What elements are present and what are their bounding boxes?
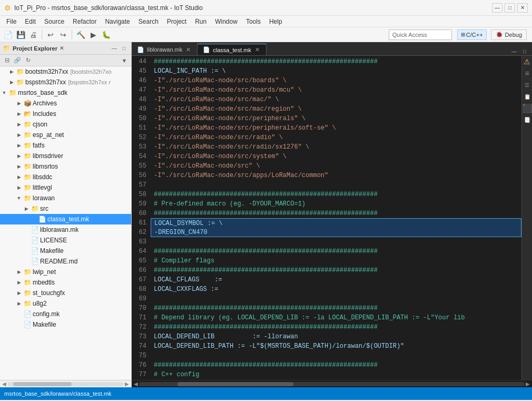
- code-line-72[interactable]: ########################################…: [151, 322, 521, 332]
- code-line-61[interactable]: LOCAL_DSYMBOL := \: [151, 218, 521, 228]
- close-button[interactable]: ✕: [517, 3, 528, 13]
- tab-liblorawan-close[interactable]: ✕: [185, 46, 192, 53]
- sync-btn[interactable]: ↻: [23, 56, 33, 65]
- left-panel-scrollbar[interactable]: ◀ ▶: [0, 380, 131, 387]
- h-scroll-track[interactable]: [139, 382, 525, 386]
- tree-item-littlevgl[interactable]: ▶📁littlevgl: [0, 182, 131, 193]
- code-line-68[interactable]: LOCAL_CXXFLAGS :=: [151, 285, 521, 294]
- tree-item-cjson[interactable]: ▶📁cjson: [0, 119, 131, 130]
- code-line-64[interactable]: ########################################…: [151, 247, 521, 256]
- menu-item-tools[interactable]: Tools: [242, 17, 265, 26]
- code-line-52[interactable]: -I"./src/LoRaMac-node/src/radio" \: [151, 133, 521, 142]
- perspective-cpp-button[interactable]: ⊞ C/C++: [457, 30, 487, 40]
- code-line-67[interactable]: LOCAL_CFLAGS :=: [151, 275, 521, 285]
- tree-toggle-includes[interactable]: ▶: [15, 110, 23, 118]
- menu-item-edit[interactable]: Edit: [21, 17, 40, 26]
- sidebar-icon-5[interactable]: ⬛: [523, 103, 532, 113]
- sidebar-icon-3[interactable]: ☰: [523, 80, 532, 90]
- tree-item-classa_test[interactable]: 📄classa_test.mk: [0, 214, 131, 224]
- code-line-58[interactable]: ########################################…: [151, 190, 521, 199]
- code-line-51[interactable]: -I"./src/LoRaMac-node/src/peripherals/so…: [151, 123, 521, 133]
- tree-item-makefile_root[interactable]: 📄Makefile: [0, 319, 131, 330]
- tree-toggle-libsddc[interactable]: ▶: [15, 173, 23, 181]
- link-editor-btn[interactable]: 🔗: [13, 56, 22, 65]
- tree-toggle-archives[interactable]: ▶: [15, 99, 23, 107]
- tree-item-mbedtls[interactable]: ▶📁mbedtls: [0, 277, 131, 288]
- code-line-54[interactable]: -I"./src/LoRaMac-node/src/system" \: [151, 152, 521, 161]
- tree-toggle-u8g2[interactable]: ▶: [15, 299, 23, 308]
- tab-classa-close[interactable]: ✕: [254, 46, 261, 53]
- tree-item-LICENSE[interactable]: 📄LICENSE: [0, 235, 131, 246]
- tree-toggle-bootstm32h7xx[interactable]: ▶: [7, 67, 16, 76]
- code-line-59[interactable]: # Pre-defined macro (eg. -DYOUR_MARCO=1): [151, 199, 521, 209]
- save-button[interactable]: 💾: [15, 29, 26, 41]
- code-line-74[interactable]: LOCAL_DEPEND_LIB_PATH := -L"$(MSRTOS_BAS…: [151, 341, 521, 351]
- code-line-69[interactable]: [151, 294, 521, 304]
- tree-item-lorawan[interactable]: ▼📁lorawan: [0, 193, 131, 203]
- tree-item-u8g2[interactable]: ▶📁u8g2: [0, 298, 131, 309]
- editor-hscrollbar[interactable]: ◀ ▶: [132, 380, 532, 387]
- menu-item-run[interactable]: Run: [191, 17, 211, 26]
- redo-button[interactable]: ↪: [57, 29, 69, 41]
- menu-item-project[interactable]: Project: [163, 17, 191, 26]
- scroll-right-arrow[interactable]: ▶: [125, 381, 129, 387]
- tree-item-lwip_net[interactable]: ▶📁lwip_net: [0, 267, 131, 277]
- print-button[interactable]: 🖨: [27, 29, 39, 41]
- minimize-button[interactable]: —: [492, 3, 503, 13]
- sidebar-icon-1[interactable]: ⚠: [523, 57, 532, 66]
- tree-item-libsddc[interactable]: ▶📁libsddc: [0, 172, 131, 182]
- h-scroll-right[interactable]: ▶: [526, 381, 530, 387]
- filter-btn[interactable]: ▼: [120, 56, 129, 65]
- code-line-66[interactable]: ########################################…: [151, 266, 521, 275]
- code-line-47[interactable]: -I"./src/LoRaMac-node/src/boards/mcu" \: [151, 85, 521, 95]
- code-line-49[interactable]: -I"./src/LoRaMac-node/src/mac/region" \: [151, 104, 521, 114]
- code-line-44[interactable]: ########################################…: [151, 57, 521, 66]
- maximize-editor-btn[interactable]: □: [520, 47, 529, 55]
- tree-item-msrtos_base_sdk[interactable]: ▼📁msrtos_base_sdk: [0, 87, 131, 98]
- code-line-62[interactable]: -DREGION_CN470: [151, 228, 521, 237]
- tree-toggle-msrtos_base_sdk[interactable]: ▼: [0, 89, 8, 97]
- menu-item-search[interactable]: Search: [134, 17, 163, 26]
- menu-item-navigate[interactable]: Navigate: [101, 17, 134, 26]
- project-tree[interactable]: ▶📁bootstm32h7xx[bootstm32h7xo▶📁bspstm32h…: [0, 66, 131, 380]
- tree-item-bspstm32h7xx[interactable]: ▶📁bspstm32h7xx[bspstm32h7xx r: [0, 77, 131, 87]
- code-line-53[interactable]: -I"./src/LoRaMac-node/src/radio/sx1276" …: [151, 142, 521, 152]
- code-line-46[interactable]: -I"./src/LoRaMac-node/src/boards" \: [151, 76, 521, 85]
- tree-toggle-mbedtls[interactable]: ▶: [15, 278, 23, 287]
- tab-liblorawan[interactable]: 📄 liblorawan.mk ✕: [132, 44, 198, 55]
- code-line-65[interactable]: # Compiler flags: [151, 256, 521, 266]
- code-line-57[interactable]: [151, 180, 521, 190]
- minimize-editor-btn[interactable]: —: [510, 47, 518, 55]
- sidebar-icon-2[interactable]: ≡: [523, 69, 532, 78]
- tree-toggle-libmsdriver[interactable]: ▶: [15, 152, 23, 160]
- code-line-60[interactable]: ########################################…: [151, 209, 521, 218]
- tree-item-archives[interactable]: ▶📦Archives: [0, 98, 131, 109]
- code-line-63[interactable]: [151, 237, 521, 247]
- tree-item-st_touchgfx[interactable]: ▶📁st_touchgfx: [0, 288, 131, 298]
- tree-item-README[interactable]: 📄README.md: [0, 256, 131, 267]
- sidebar-icon-4[interactable]: 📋: [523, 92, 532, 101]
- collapse-all-btn[interactable]: ⊟: [2, 56, 12, 65]
- code-line-76[interactable]: ########################################…: [151, 360, 521, 370]
- tree-toggle-libmsrtos[interactable]: ▶: [15, 162, 23, 171]
- maximize-button[interactable]: □: [505, 3, 515, 13]
- tree-item-libmsdriver[interactable]: ▶📁libmsdriver: [0, 151, 131, 161]
- code-line-45[interactable]: LOCAL_INC_PATH := \: [151, 66, 521, 76]
- debug-run-button[interactable]: 🐛: [100, 29, 112, 41]
- tree-item-libmsrtos[interactable]: ▶📁libmsrtos: [0, 161, 131, 172]
- code-line-77[interactable]: # C++ config: [151, 370, 521, 379]
- sidebar-icon-6[interactable]: 📑: [523, 115, 532, 124]
- panel-maximize-btn[interactable]: □: [120, 44, 128, 53]
- tab-classa-test[interactable]: 📄 classa_test.mk ✕: [198, 44, 267, 55]
- tree-item-fatfs[interactable]: ▶📁fatfs: [0, 140, 131, 151]
- code-line-50[interactable]: -I"./src/LoRaMac-node/src/peripherals" \: [151, 114, 521, 123]
- run-button[interactable]: ▶: [87, 29, 99, 41]
- new-file-button[interactable]: 📄: [2, 29, 14, 41]
- code-line-75[interactable]: [151, 351, 521, 360]
- code-line-56[interactable]: -I"./src/LoRaMac-node/src/apps/LoRaMac/c…: [151, 171, 521, 180]
- code-line-48[interactable]: -I"./src/LoRaMac-node/src/mac/" \: [151, 95, 521, 104]
- tree-item-config_mk[interactable]: 📄config.mk: [0, 309, 131, 319]
- tree-item-includes[interactable]: ▶📂Includes: [0, 109, 131, 119]
- h-scroll-left[interactable]: ◀: [134, 381, 138, 387]
- code-line-70[interactable]: ########################################…: [151, 304, 521, 313]
